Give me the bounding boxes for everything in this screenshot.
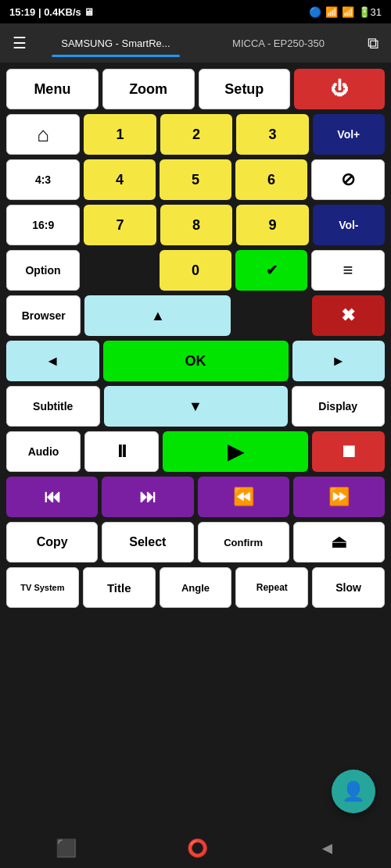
- contacts-icon: 👤: [342, 780, 365, 802]
- vol-plus-button[interactable]: Vol+: [313, 114, 385, 155]
- row-3: 4:3 4 5 6 ⊘: [6, 159, 385, 200]
- tab-samsung[interactable]: SAMSUNG - SmartRe...: [36, 31, 196, 55]
- aspect43-button[interactable]: 4:3: [6, 159, 80, 200]
- skip-prev-button[interactable]: ⏮: [6, 477, 98, 517]
- nav-home-icon[interactable]: ⭕: [187, 838, 208, 859]
- tv-system-button[interactable]: TV System: [6, 567, 79, 608]
- row-12: TV System Title Angle Repeat Slow: [6, 567, 385, 608]
- eject-button[interactable]: ⏏: [293, 522, 385, 563]
- skip-next-button[interactable]: ⏭: [102, 477, 193, 517]
- num2-button[interactable]: 2: [160, 114, 232, 155]
- display-button[interactable]: Display: [292, 386, 386, 427]
- setup-button[interactable]: Setup: [199, 69, 291, 109]
- num1-button[interactable]: 1: [84, 114, 156, 155]
- tab-micca[interactable]: MICCA - EP250-350: [199, 31, 358, 55]
- hamburger-menu-icon[interactable]: ☰: [6, 27, 33, 59]
- row-2: ⌂ 1 2 3 Vol+: [6, 114, 385, 155]
- subtitle-button[interactable]: Subtitle: [6, 386, 100, 427]
- nosign-button[interactable]: ⊘: [311, 159, 385, 200]
- row-7: ◄ OK ►: [6, 341, 385, 381]
- tab-micca-label: MICCA - EP250-350: [232, 38, 325, 49]
- bottom-nav: ⬛ ⭕ ◄: [0, 829, 391, 868]
- home-button[interactable]: ⌂: [6, 114, 80, 155]
- arrow-up-button[interactable]: ▲: [84, 295, 231, 336]
- fast-forward-button[interactable]: ⏩: [293, 477, 385, 517]
- vol-minus-button[interactable]: Vol-: [313, 205, 385, 245]
- zoom-button[interactable]: Zoom: [102, 69, 195, 109]
- num3-button[interactable]: 3: [236, 114, 308, 155]
- num5-button[interactable]: 5: [160, 159, 231, 200]
- num8-button[interactable]: 8: [160, 205, 232, 245]
- num4-button[interactable]: 4: [84, 159, 156, 200]
- play-button[interactable]: ▶: [163, 431, 308, 472]
- num6-button[interactable]: 6: [235, 159, 307, 200]
- spacer-1: [84, 250, 156, 291]
- copy-tab-icon[interactable]: ⧉: [361, 28, 385, 59]
- angle-button[interactable]: Angle: [160, 567, 232, 608]
- status-icons: 🔵 📶 📶 🔋31: [309, 6, 382, 18]
- row-10: ⏮ ⏭ ⏪ ⏩: [6, 477, 385, 517]
- list-button[interactable]: ≡: [311, 250, 385, 291]
- menu-button[interactable]: Menu: [6, 69, 99, 109]
- row-6: Browser ▲ ✖: [6, 295, 385, 336]
- arrow-down-button[interactable]: ▼: [104, 386, 288, 427]
- audio-button[interactable]: Audio: [6, 431, 81, 472]
- tab-bar: ☰ SAMSUNG - SmartRe... MICCA - EP250-350…: [0, 23, 391, 63]
- row-8: Subtitle ▼ Display: [6, 386, 385, 427]
- tab-samsung-label: SAMSUNG - SmartRe...: [61, 38, 170, 49]
- spacer-2: [235, 295, 307, 336]
- nav-square-icon[interactable]: ⬛: [56, 838, 77, 859]
- status-time-data: 15:19 | 0.4KB/s 🖥: [9, 6, 94, 18]
- row-9: Audio ⏸ ▶ ⏹: [6, 431, 385, 472]
- ok-button[interactable]: OK: [103, 341, 289, 381]
- confirm-button[interactable]: Confirm: [198, 522, 289, 563]
- status-data: 0.4KB/s: [44, 6, 81, 18]
- copy-button[interactable]: Copy: [6, 522, 98, 563]
- remote-control: Menu Zoom Setup ⏻ ⌂ 1 2 3 Vol+ 4:3 4 5 6…: [0, 63, 391, 614]
- select-button[interactable]: Select: [102, 522, 193, 563]
- pause-button[interactable]: ⏸: [84, 431, 159, 472]
- num9-button[interactable]: 9: [236, 205, 308, 245]
- rewind-button[interactable]: ⏪: [198, 477, 289, 517]
- title-button[interactable]: Title: [83, 567, 156, 608]
- row-11: Copy Select Confirm ⏏: [6, 522, 385, 563]
- arrow-right-button[interactable]: ►: [292, 341, 386, 381]
- power-button[interactable]: ⏻: [294, 69, 385, 109]
- stop-button[interactable]: ⏹: [312, 431, 385, 472]
- arrow-left-button[interactable]: ◄: [6, 341, 99, 381]
- nav-back-icon[interactable]: ◄: [319, 838, 336, 859]
- check-button[interactable]: ✔: [235, 250, 307, 291]
- browser-button[interactable]: Browser: [6, 295, 81, 336]
- num0-button[interactable]: 0: [160, 250, 231, 291]
- row-5: Option 0 ✔ ≡: [6, 250, 385, 291]
- num7-button[interactable]: 7: [84, 205, 156, 245]
- aspect169-button[interactable]: 16:9: [6, 205, 80, 245]
- slow-button[interactable]: Slow: [312, 567, 385, 608]
- row-1: Menu Zoom Setup ⏻: [6, 69, 385, 109]
- status-bar: 15:19 | 0.4KB/s 🖥 🔵 📶 📶 🔋31: [0, 0, 391, 23]
- status-time: 15:19: [9, 6, 35, 18]
- fab-contacts[interactable]: 👤: [332, 770, 375, 813]
- option-button[interactable]: Option: [6, 250, 80, 291]
- row-4: 16:9 7 8 9 Vol-: [6, 205, 385, 245]
- close-button[interactable]: ✖: [312, 295, 385, 336]
- repeat-button[interactable]: Repeat: [235, 567, 308, 608]
